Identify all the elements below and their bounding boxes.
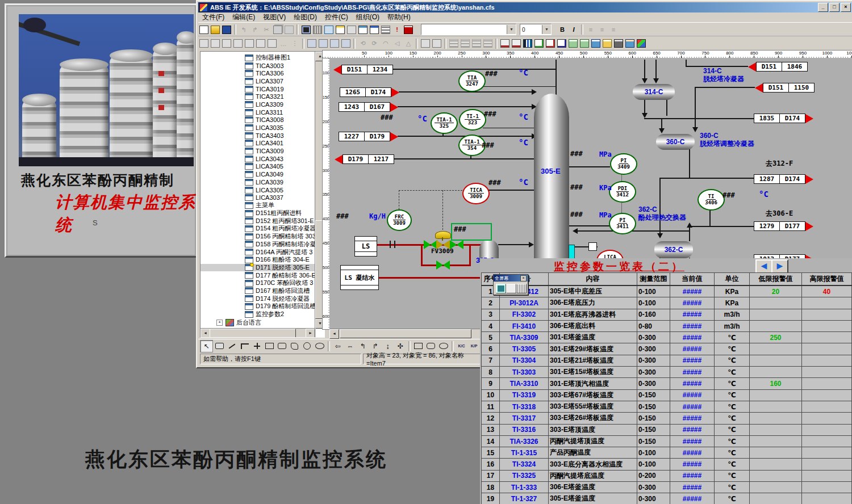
stream-tag-1243-d167[interactable]: 1243D167 [339, 102, 398, 112]
nudge3-icon[interactable] [471, 39, 482, 49]
tree-item[interactable]: LICA3049 [201, 170, 315, 178]
scroll-thumb[interactable] [210, 329, 296, 338]
stream-tag-1227-d179[interactable]: 1227D179 [339, 132, 398, 141]
multi-chart-icon[interactable] [545, 39, 556, 49]
tree-item[interactable]: D166 粗酚塔 304-E [201, 256, 315, 264]
menu-item[interactable]: 帮助(H) [383, 12, 415, 23]
align-rights-icon[interactable] [233, 39, 243, 49]
tree-item[interactable]: 主菜单 [201, 201, 315, 209]
tree-item[interactable]: LICA3043 [201, 155, 315, 163]
instrument-TI1-323[interactable]: TI-1323 [459, 109, 486, 131]
tree-item[interactable]: LICA3305 [201, 186, 315, 194]
nudge4-icon[interactable] [483, 39, 493, 49]
line-tool[interactable] [226, 341, 238, 352]
align-bottom-icon[interactable] [210, 39, 220, 49]
polyline-tool[interactable] [239, 341, 250, 352]
redo-icon[interactable]: ↱ [250, 24, 260, 35]
kp-tool[interactable]: K/P [468, 341, 480, 352]
scroll-left-icon[interactable]: ◄ [201, 329, 210, 338]
tree-item[interactable]: LICA3037 [201, 194, 315, 201]
distribute-icon[interactable] [267, 39, 277, 49]
tree-item[interactable]: TICA3306 [201, 69, 315, 77]
menu-item[interactable]: 控件(C) [321, 12, 352, 23]
stream-tag-1287-d174[interactable]: 1287D174 [754, 174, 813, 184]
align-right-icon[interactable]: ≡ [608, 24, 619, 35]
flip-h-icon[interactable]: ◁ [392, 39, 402, 49]
tree-item[interactable]: LICA3309 [201, 100, 315, 108]
tree-item[interactable]: D177 酚精制塔 306-E [201, 271, 315, 279]
cross-tool[interactable] [251, 341, 263, 352]
xy-chart-icon[interactable] [557, 39, 567, 49]
tree-item[interactable]: LICA3039 [201, 178, 315, 186]
align-left-icon[interactable]: ≡ [586, 24, 596, 35]
calendar-grid-icon[interactable] [381, 24, 391, 35]
new-icon[interactable] [199, 24, 209, 35]
close-button[interactable]: × [841, 3, 851, 12]
instrument-PDI3412[interactable]: PDI3412 [609, 181, 636, 203]
fullscreen-toolbar-titlebar[interactable]: 全屏幕 × [494, 275, 528, 282]
ls-condensate-box[interactable]: LS 凝结水 [340, 265, 379, 290]
align-top-icon[interactable] [199, 39, 209, 49]
screen-icon[interactable] [301, 24, 311, 35]
tree-item[interactable]: LICA3405 [201, 163, 315, 171]
tree-item[interactable]: LICA3307 [201, 77, 315, 85]
fullscreen-grid-button[interactable] [516, 284, 527, 293]
table-green-icon[interactable] [568, 39, 578, 49]
arrow-4way-tool[interactable]: ✣ [394, 341, 406, 352]
table-dark-icon[interactable] [613, 39, 624, 49]
instrument-TIA1-325[interactable]: TIA-1325 [431, 112, 458, 134]
fullscreen-pointer-button[interactable] [506, 284, 516, 293]
rotate-free-icon[interactable]: ◠ [381, 39, 391, 49]
center-h-icon[interactable] [244, 39, 254, 49]
book-icon[interactable] [403, 24, 414, 35]
table-green2-icon[interactable] [579, 39, 590, 49]
italic-button[interactable]: I [569, 24, 579, 35]
tree-item[interactable]: D174 脱烃塔冷凝器 [201, 295, 315, 303]
menu-item[interactable]: 编辑(E) [228, 12, 259, 23]
arrow-bend1-tool[interactable]: ↰ [357, 341, 369, 352]
table-blue-icon[interactable] [591, 39, 601, 49]
tree-item[interactable]: D164A 丙酮汽提塔 3 [201, 248, 315, 256]
tree-item[interactable]: D156 丙酮精制塔 303 [201, 233, 315, 241]
tree-item[interactable]: D152 粗丙酮塔301-E [201, 217, 315, 225]
exclaim-icon[interactable]: ! [392, 24, 402, 35]
window-yellow-icon[interactable] [335, 24, 345, 35]
minimize-button[interactable]: _ [818, 3, 828, 12]
tree-horizontal-scrollbar[interactable]: ◄ ► [201, 328, 315, 337]
save-icon[interactable] [222, 24, 232, 35]
copy-icon[interactable] [273, 24, 283, 35]
arrow-double-tool[interactable]: ⇔ [344, 341, 356, 352]
tree-item[interactable]: D171 脱烃塔 305-E [201, 264, 315, 272]
exchanger-362C[interactable]: 362-C [654, 241, 693, 258]
rectangle-tool[interactable] [264, 341, 275, 352]
tree-item[interactable]: TICA3019 [201, 85, 315, 93]
instrument-TI3406[interactable]: TI3406 [698, 189, 725, 211]
callout-rect-tool[interactable] [412, 341, 424, 352]
center-v-icon[interactable] [256, 39, 266, 49]
circle-tool[interactable] [301, 341, 313, 352]
tree-item[interactable]: D179 酚精制塔回流槽 [201, 303, 315, 310]
select-tool[interactable]: ↖ [200, 340, 213, 352]
stream-tag-d151-1234[interactable]: D1511234 [333, 65, 393, 74]
ellipse-tool[interactable] [314, 341, 325, 352]
menu-item[interactable]: 组织(O) [352, 12, 383, 23]
instrument-PI3409[interactable]: PI3409 [610, 153, 637, 175]
menu-item[interactable]: 绘图(D) [290, 12, 321, 23]
open-folder-icon[interactable] [210, 24, 220, 35]
cut-icon[interactable]: ✂ [261, 24, 272, 35]
tree-item[interactable]: LICA3035 [201, 124, 315, 132]
arrow-bend2-tool[interactable]: ↱ [369, 341, 381, 352]
tree-item[interactable]: TICA3403 [201, 132, 315, 140]
dots-icon[interactable]: ⋮ [290, 39, 300, 49]
bold-button[interactable]: B [557, 24, 567, 35]
crosshair-icon[interactable] [358, 24, 368, 35]
nudge2-icon[interactable] [460, 39, 470, 49]
pan-tool[interactable] [214, 341, 225, 352]
title-bar[interactable]: ABS IE 开发系统：E:\ABSStudy\ConfigStudy\ABS-… [198, 2, 852, 12]
tree-item[interactable]: 监控参数2 [201, 310, 315, 318]
scroll-right-icon[interactable]: ► [306, 329, 315, 338]
tree-item[interactable]: D154 粗丙酮塔冷凝器 [201, 225, 315, 233]
tree-item[interactable]: D151粗丙酮进料 [201, 209, 315, 217]
instrument-TIA3247[interactable]: TIA3247 [458, 70, 486, 92]
menu-item[interactable]: 文件(F) [198, 12, 228, 23]
